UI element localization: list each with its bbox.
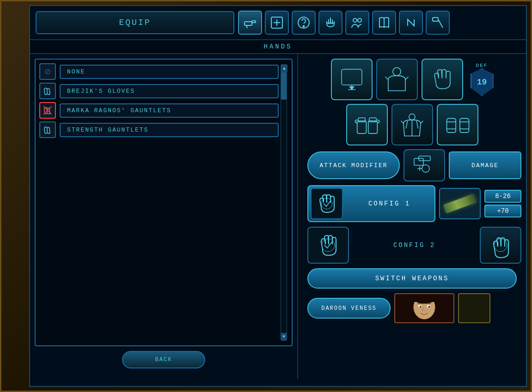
scroll-up-arrow[interactable]: ▲ — [281, 65, 287, 72]
svg-rect-24 — [446, 118, 456, 133]
svg-point-22 — [409, 114, 415, 120]
item-list-scrollbar[interactable]: ▲ ▼ — [281, 64, 287, 341]
list-item-brejik[interactable]: Brejik's Gloves — [39, 83, 279, 99]
equip-row-1: DEF 19 — [303, 59, 521, 100]
toolbar: Equip — [30, 6, 526, 40]
scrollbar-thumb[interactable] — [281, 72, 287, 100]
back-button[interactable]: Back — [122, 351, 205, 368]
body-equipment-slot[interactable] — [376, 59, 418, 100]
def-value: 19 — [477, 78, 487, 87]
item-label-none[interactable]: None — [60, 65, 279, 79]
def-badge: DEF 19 — [471, 63, 494, 96]
bracers-equipment-slot[interactable] — [437, 104, 478, 145]
item-label-marka[interactable]: Marka Ragnos' Gauntlets — [60, 103, 279, 118]
switch-weapons-button[interactable]: Switch Weapons — [307, 268, 517, 289]
character-area: Daroon Veness — [307, 293, 521, 323]
svg-point-32 — [422, 165, 429, 172]
config2-hand-slot[interactable] — [307, 227, 349, 264]
config2-weapon-slot[interactable] — [480, 227, 521, 264]
def-shield: 19 — [471, 68, 494, 96]
svg-rect-1 — [252, 21, 256, 23]
content-area: ⊘ None Brejik's — [30, 54, 526, 379]
hammer-toolbar-icon[interactable] — [426, 11, 450, 35]
gauntlets-equipment-slot[interactable] — [346, 104, 388, 145]
list-item-marka[interactable]: Marka Ragnos' Gauntlets — [39, 102, 279, 119]
svg-rect-19 — [368, 121, 377, 133]
svg-line-11 — [438, 19, 443, 28]
svg-rect-25 — [459, 118, 469, 133]
svg-point-44 — [420, 306, 422, 308]
config1-damage-values: 8-26 +70 — [484, 190, 521, 217]
svg-rect-41 — [414, 298, 435, 302]
hands-label: Hands — [30, 40, 526, 54]
character-portrait-2 — [458, 293, 490, 323]
svg-rect-21 — [369, 118, 376, 122]
config1-weapon-slot[interactable] — [439, 188, 481, 219]
equip-button[interactable]: Equip — [36, 11, 234, 34]
outer-frame: Equip — [0, 0, 532, 392]
group-toolbar-icon[interactable] — [345, 11, 369, 35]
scroll-down-arrow[interactable]: ▼ — [281, 333, 287, 340]
config-middle-slot[interactable] — [404, 149, 445, 181]
svg-rect-14 — [342, 69, 362, 85]
main-panel: Equip — [29, 5, 527, 387]
svg-rect-0 — [245, 22, 252, 25]
item-icon-none: ⊘ — [39, 63, 56, 80]
equipment-panel: DEF 19 — [298, 54, 526, 379]
head-equipment-slot[interactable] — [331, 59, 373, 100]
config2-middle: Config 2 — [353, 227, 476, 264]
config1-hand-slot — [311, 188, 343, 219]
gun-toolbar-icon[interactable] — [238, 11, 262, 35]
character-portrait-main — [394, 293, 454, 323]
letter-n-toolbar-icon[interactable] — [399, 11, 423, 35]
item-label-strength[interactable]: Strength Gauntlets — [60, 123, 279, 137]
item-icon-strength — [39, 121, 56, 138]
config1-row: Config 1 8-26 +70 — [307, 185, 521, 222]
attack-modifier-row: Attack Modifier Damage — [307, 149, 521, 181]
attack-modifier-button[interactable]: Attack Modifier — [307, 151, 400, 179]
daroon-veness-button[interactable]: Daroon Veness — [307, 298, 391, 319]
def-label: DEF — [476, 63, 488, 68]
item-list-panel: ⊘ None Brejik's — [30, 54, 298, 379]
lightsaber-weapon — [443, 194, 477, 214]
svg-point-7 — [303, 26, 305, 27]
svg-rect-10 — [433, 18, 438, 21]
item-icon-brejik — [39, 83, 56, 99]
item-list-scrollable: ⊘ None Brejik's — [39, 63, 288, 138]
hand-toolbar-icon[interactable] — [318, 11, 342, 35]
svg-rect-18 — [357, 121, 366, 133]
svg-rect-20 — [358, 118, 365, 122]
config1-damage-range: 8-26 — [484, 190, 521, 203]
damage-button[interactable]: Damage — [449, 151, 521, 179]
svg-point-17 — [392, 67, 400, 75]
item-label-brejik[interactable]: Brejik's Gloves — [60, 84, 279, 98]
armor-equipment-slot[interactable] — [391, 104, 433, 145]
config2-label: Config 2 — [393, 241, 435, 249]
config1-label: Config 1 — [347, 200, 432, 207]
list-item-strength[interactable]: Strength Gauntlets — [39, 121, 279, 138]
list-item-none[interactable]: ⊘ None — [39, 63, 279, 80]
item-icon-marka — [39, 102, 56, 119]
equip-row-2 — [303, 104, 521, 145]
svg-point-45 — [428, 306, 430, 308]
config2-row: Config 2 — [307, 227, 521, 264]
toolbar-icons — [238, 11, 450, 35]
config1-damage-bonus: +70 — [484, 205, 521, 217]
config1-outer[interactable]: Config 1 — [307, 185, 435, 222]
item-list-inner: ⊘ None Brejik's — [35, 59, 293, 346]
book-toolbar-icon[interactable] — [372, 11, 396, 35]
medkit-toolbar-icon[interactable] — [265, 11, 289, 35]
question-toolbar-icon[interactable] — [292, 11, 316, 35]
svg-point-8 — [353, 18, 357, 22]
hands-equipment-slot[interactable] — [422, 59, 463, 100]
svg-point-9 — [358, 18, 361, 22]
